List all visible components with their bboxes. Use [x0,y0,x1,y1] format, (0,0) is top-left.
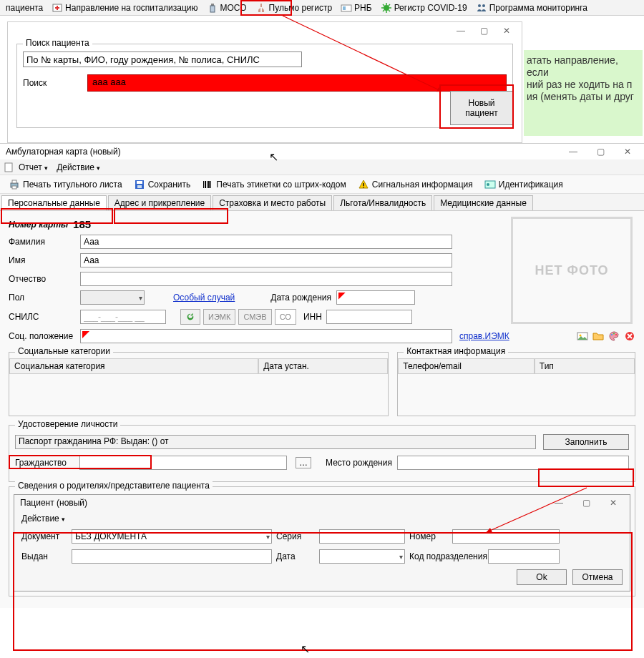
svg-point-16 [478,4,481,7]
lungs-icon [255,2,267,14]
toolbar-item-monitoring[interactable]: Программа мониторинга [472,2,592,14]
virus-icon [381,2,392,14]
people-icon [476,2,487,14]
toolbar-item-rnb[interactable]: РНБ [336,2,376,14]
svg-point-17 [482,4,485,7]
svg-line-15 [389,4,390,6]
svg-point-7 [384,5,389,11]
svg-line-14 [383,10,384,11]
svg-line-12 [383,4,384,6]
svg-rect-4 [210,6,215,12]
toolbar-item-hospitalization[interactable]: Направление на госпитализацию [47,2,202,14]
toolbar-item-covid[interactable]: Регистр COVID-19 [376,2,472,14]
card-icon [341,2,352,14]
svg-rect-6 [343,6,346,10]
toolbar-item-pulmo[interactable]: Пульмо регистр [251,2,336,14]
toolbar-item-moso[interactable]: МОСО [203,2,251,14]
hospital-icon [52,2,63,14]
global-toolbar: пациента Направление на госпитализацию М… [0,0,644,16]
svg-rect-2 [55,7,59,9]
svg-line-13 [389,10,390,11]
bottle-icon [207,2,218,14]
toolbar-item-patient[interactable]: пациента [1,3,47,13]
